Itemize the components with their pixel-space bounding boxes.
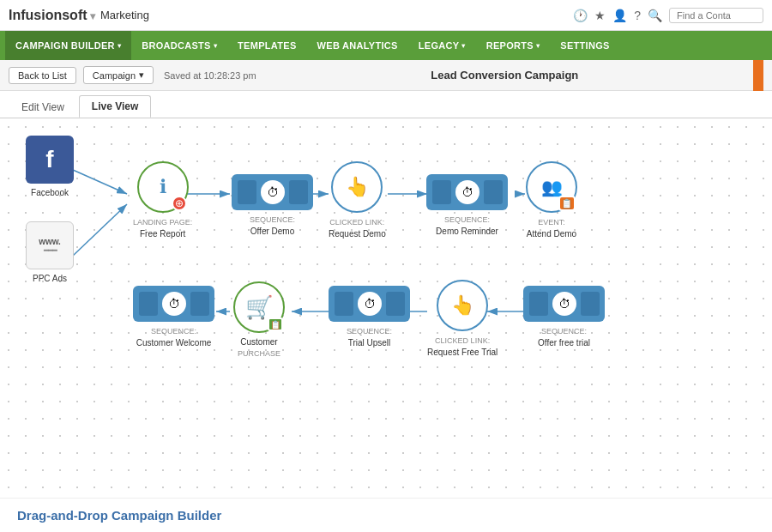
sequence-offer-free-trial-node[interactable]: ⏱ SEQUENCE:Offer free trial xyxy=(523,286,605,348)
nav-item-reports[interactable]: REPORTS▾ xyxy=(476,31,551,60)
sequence-customer-welcome-label: SEQUENCE:Customer Welcome xyxy=(136,325,212,348)
event-attend-demo-node[interactable]: 👥 📋 EVENT:Attend Demo xyxy=(526,161,577,239)
nav-label: BROADCASTS xyxy=(142,40,211,51)
dropdown-icon: ▾ xyxy=(214,42,217,50)
saved-status: Saved at 10:28:23 pm xyxy=(164,70,256,81)
nav-item-campaign-builder[interactable]: CAMPAIGN BUILDER▾ xyxy=(5,31,131,60)
user-icon[interactable]: 👤 xyxy=(612,9,627,22)
nav-item-web-analytics[interactable]: WEB ANALYTICS xyxy=(307,31,408,60)
nav-item-broadcasts[interactable]: BROADCASTS▾ xyxy=(131,31,227,60)
help-icon[interactable]: ? xyxy=(634,9,641,22)
sequence-offer-free-trial-label: SEQUENCE:Offer free trial xyxy=(538,325,590,348)
module-label: Marketing xyxy=(100,9,573,21)
ppc-label: PPC Ads xyxy=(33,273,67,284)
nav-label: LEGACY xyxy=(419,40,460,51)
back-to-list-button[interactable]: Back to List xyxy=(9,67,76,84)
landing-badge: ⊕ xyxy=(172,196,187,211)
facebook-label: Facebook xyxy=(31,187,69,198)
event-attend-demo-icon: 👥 📋 xyxy=(526,161,577,213)
event-attend-demo-label: EVENT:Attend Demo xyxy=(527,216,576,239)
tabs-bar: Edit View Live View xyxy=(0,91,772,118)
dropdown-icon: ▾ xyxy=(461,42,465,50)
top-icon-bar: 🕐 ★ 👤 ? 🔍 xyxy=(573,8,763,23)
toolbar: Back to List Campaign ▾ Saved at 10:28:2… xyxy=(0,60,772,91)
sequence-demo-reminder-label: SEQUENCE:Demo Reminder xyxy=(436,214,498,237)
campaign-title: Lead Conversion Campaign xyxy=(263,69,746,82)
connector-ppc-landing xyxy=(73,204,127,256)
app-logo: Infusionsoft ▾ xyxy=(9,8,95,23)
tab-edit-view[interactable]: Edit View xyxy=(9,96,77,118)
search-icon[interactable]: 🔍 xyxy=(648,9,662,22)
campaign-label: Campaign xyxy=(93,70,136,81)
dropdown-icon: ▾ xyxy=(536,42,540,50)
facebook-node[interactable]: f Facebook xyxy=(26,136,74,198)
campaign-canvas: f Facebook www. ━━━ PPC Ads ℹ ⊕ LANDING … xyxy=(0,118,772,498)
nav-label: CAMPAIGN BUILDER xyxy=(15,40,115,51)
nav-item-legacy[interactable]: LEGACY▾ xyxy=(408,31,476,60)
tab-live-view[interactable]: Live View xyxy=(79,95,151,118)
sequence-offer-demo-icon: ⏱ xyxy=(232,174,313,210)
sequence-offer-free-trial-icon: ⏱ xyxy=(523,286,605,322)
logo-text: Infusionsoft xyxy=(9,8,87,22)
top-bar: Infusionsoft ▾ Marketing 🕐 ★ 👤 ? 🔍 xyxy=(0,0,772,31)
sequence-trial-upsell-icon: ⏱ xyxy=(329,286,410,322)
clock-icon[interactable]: 🕐 xyxy=(573,9,588,22)
sequence-trial-upsell-label: SEQUENCE:Trial Upsell xyxy=(347,325,392,348)
nav-item-settings[interactable]: SETTINGS xyxy=(550,31,619,60)
clicked-link-request-free-trial-label: CLICKED LINK:Request Free Trial xyxy=(427,335,498,358)
sequence-demo-reminder-icon: ⏱ xyxy=(426,174,508,210)
sequence-customer-welcome-icon: ⏱ xyxy=(133,286,214,322)
live-indicator xyxy=(753,60,763,91)
nav-item-templates[interactable]: TEMPLATES xyxy=(227,31,307,60)
sequence-customer-welcome-node[interactable]: ⏱ SEQUENCE:Customer Welcome xyxy=(133,286,214,348)
bottom-section: Drag-and-Drop Campaign Builder xyxy=(0,498,772,532)
nav-label: WEB ANALYTICS xyxy=(317,40,398,51)
sequence-offer-demo-node[interactable]: ⏱ SEQUENCE:Offer Demo xyxy=(232,174,313,237)
landing-page-icon: ℹ ⊕ xyxy=(137,161,189,213)
sequence-demo-reminder-node[interactable]: ⏱ SEQUENCE:Demo Reminder xyxy=(426,174,508,237)
campaign-dropdown-button[interactable]: Campaign ▾ xyxy=(83,66,154,84)
bottom-title: Drag-and-Drop Campaign Builder xyxy=(17,508,221,523)
customer-purchase-label: CustomerPURCHASE xyxy=(238,336,280,360)
clicked-link-request-free-trial-icon: 👆 xyxy=(437,280,488,331)
clicked-link-request-free-trial-node[interactable]: 👆 CLICKED LINK:Request Free Trial xyxy=(427,280,498,358)
customer-purchase-icon: 🛒 📋 xyxy=(233,281,285,333)
campaign-chevron-icon: ▾ xyxy=(139,70,144,81)
ppc-icon: www. ━━━ xyxy=(26,221,74,269)
search-input[interactable] xyxy=(669,8,763,23)
clicked-link-request-demo-icon: 👆 xyxy=(331,161,383,213)
ppc-ads-node[interactable]: www. ━━━ PPC Ads xyxy=(26,221,74,284)
sequence-offer-demo-label: SEQUENCE:Offer Demo xyxy=(250,214,295,237)
dropdown-icon: ▾ xyxy=(118,42,121,50)
logo-arrow[interactable]: ▾ xyxy=(87,10,95,22)
landing-page-node[interactable]: ℹ ⊕ LANDING PAGE:Free Report xyxy=(133,161,192,239)
connector-fb-landing xyxy=(73,170,127,194)
facebook-icon: f xyxy=(26,136,74,184)
purchase-badge: 📋 xyxy=(268,317,283,331)
nav-bar: CAMPAIGN BUILDER▾ BROADCASTS▾ TEMPLATES … xyxy=(0,31,772,60)
event-badge: 📋 xyxy=(558,196,576,211)
clicked-link-request-demo-node[interactable]: 👆 CLICKED LINK:Request Demo xyxy=(329,161,386,239)
customer-purchase-node[interactable]: 🛒 📋 CustomerPURCHASE xyxy=(233,281,285,360)
clicked-link-request-demo-label: CLICKED LINK:Request Demo xyxy=(329,216,386,239)
sequence-trial-upsell-node[interactable]: ⏱ SEQUENCE:Trial Upsell xyxy=(329,286,410,348)
landing-page-label: LANDING PAGE:Free Report xyxy=(133,216,192,239)
nav-label: REPORTS xyxy=(486,40,534,51)
nav-label: TEMPLATES xyxy=(238,40,297,51)
star-icon[interactable]: ★ xyxy=(594,9,606,22)
nav-label: SETTINGS xyxy=(560,40,609,51)
